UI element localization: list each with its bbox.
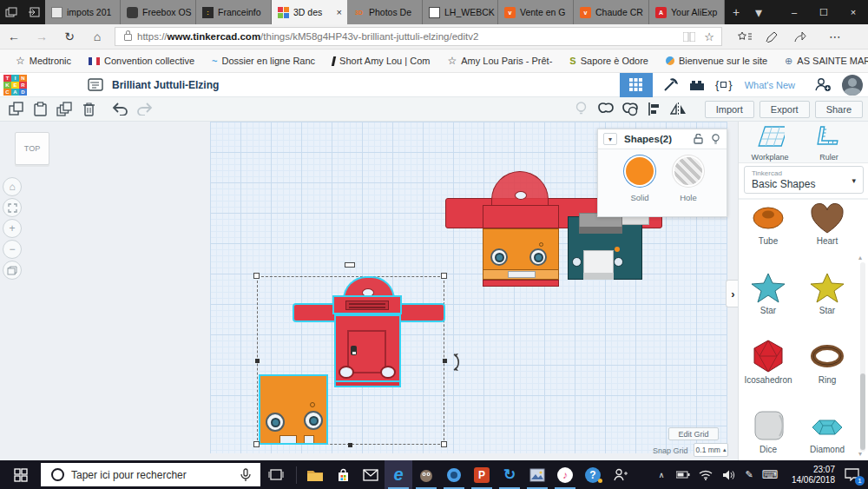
solid-option[interactable]: Solid (622, 157, 657, 202)
shape-tube[interactable]: Tube (742, 202, 794, 246)
shape-icosahedron[interactable]: Icosahedron (742, 339, 794, 385)
tab-vente[interactable]: vVente en G (498, 0, 574, 24)
pen-icon[interactable]: ✎ (740, 460, 759, 489)
tab-menu-button[interactable]: ▾ (747, 0, 770, 24)
photo-viewer-icon[interactable] (523, 460, 551, 489)
properties-icon[interactable] (88, 78, 103, 91)
clock[interactable]: 23:07 14/06/2018 (781, 465, 835, 486)
bookmark-short-amy[interactable]: Short Amy Lou | Com (332, 56, 430, 66)
tab-franceinfo[interactable]: :Franceinfo (196, 0, 272, 24)
action-center-icon[interactable]: 1 (835, 460, 868, 489)
edge-icon[interactable]: e (385, 460, 412, 489)
height-handle[interactable] (345, 262, 355, 268)
file-explorer-icon[interactable] (301, 460, 329, 489)
perspective-toggle-button[interactable] (3, 261, 22, 280)
scrollbar-track[interactable] (860, 262, 865, 452)
view-home-button[interactable]: ⌂ (3, 177, 22, 196)
paste-button[interactable] (28, 102, 52, 116)
shape-dice[interactable]: Dice (742, 408, 794, 454)
workplane-tool[interactable]: Workplane (746, 125, 794, 163)
tab-lh-webck[interactable]: LH_WEBCK (423, 0, 498, 24)
shape-library-dropdown[interactable]: Tinkercad Basic Shapes ▾ (744, 166, 864, 194)
scale-handle-e[interactable] (443, 359, 447, 363)
tab-preview-icon[interactable] (23, 0, 45, 24)
bookmark-sainte-marie[interactable]: ⊕AS SAINTE MARIE ME (785, 56, 868, 67)
unlock-icon[interactable] (694, 134, 703, 144)
panel-collapse-caret[interactable]: ▾ (603, 133, 617, 145)
annotate-icon[interactable] (766, 31, 793, 43)
bookmark-amy-lou[interactable]: ☆Amy Lou Paris - Prêt- (447, 55, 552, 67)
tab-chaude[interactable]: vChaude CR (574, 0, 649, 24)
minimize-button[interactable]: – (779, 0, 809, 24)
new-tab-button[interactable]: + (725, 0, 747, 24)
tab-freebox[interactable]: Freebox OS (121, 0, 196, 24)
shape-star-yellow[interactable]: Star (801, 271, 853, 315)
minecraft-pickaxe-icon[interactable] (663, 77, 679, 92)
search-box[interactable]: Taper ici pour rechercher (41, 463, 260, 486)
ungroup-button[interactable] (618, 102, 642, 116)
address-bar[interactable]: https://www.tinkercad.com/things/kM58g4H… (115, 27, 722, 46)
export-button[interactable]: Export (760, 101, 810, 118)
maximize-button[interactable]: ☐ (809, 0, 838, 24)
duplicate-button[interactable] (52, 102, 76, 116)
scale-handle-nw[interactable] (253, 273, 260, 279)
itunes-icon[interactable]: ♪ (551, 460, 579, 489)
hidden-icons-chevron[interactable]: ∧ (651, 460, 672, 489)
powerpoint-icon[interactable]: P (468, 460, 496, 489)
scale-handle-w[interactable] (255, 359, 260, 363)
bookmark-medtronic[interactable]: ☆Medtronic (16, 55, 71, 67)
sync-icon[interactable]: ↻ (496, 460, 523, 489)
tab-aliexpress[interactable]: AYour AliExp (649, 0, 725, 24)
undo-button[interactable] (108, 102, 132, 116)
snap-grid-dropdown[interactable]: 0.1 mm▴ (694, 443, 728, 457)
scroll-up-icon[interactable]: ▴ (858, 254, 862, 261)
tab-close-icon[interactable]: × (337, 7, 342, 17)
group-button[interactable] (594, 102, 618, 116)
set-tabs-aside-icon[interactable] (0, 0, 23, 24)
model-orange-body[interactable] (483, 228, 559, 280)
touch-keyboard-icon[interactable]: ⌨ (759, 460, 781, 489)
settings-more-icon[interactable]: ⋯ (821, 30, 849, 43)
align-button[interactable] (642, 102, 667, 116)
model-red-base-strip[interactable] (483, 280, 559, 287)
zoom-out-button[interactable]: − (3, 240, 22, 259)
help-icon[interactable]: ? (579, 460, 607, 489)
battery-icon[interactable] (672, 460, 694, 489)
bookmark-bienvenue[interactable]: Bienvenue sur le site (666, 56, 767, 66)
shape-ring[interactable]: Ring (801, 339, 853, 385)
whats-new-link[interactable]: What's New (745, 80, 795, 90)
store-icon[interactable] (329, 460, 357, 489)
mic-icon[interactable] (240, 468, 252, 482)
edit-grid-button[interactable]: Edit Grid (668, 427, 719, 440)
import-button[interactable]: Import (705, 101, 754, 118)
zoom-in-button[interactable]: + (3, 219, 22, 238)
favorite-star-icon[interactable]: ☆ (704, 30, 714, 43)
wifi-icon[interactable] (694, 460, 717, 489)
close-button[interactable]: × (838, 0, 868, 24)
tab-photos[interactable]: 3DPhotos De (347, 0, 423, 24)
dashboard-grid-button[interactable] (620, 73, 653, 97)
delete-button[interactable] (76, 102, 101, 116)
selected-orange-box[interactable] (259, 374, 328, 445)
tinkercad-logo[interactable]: TIN KER CAD (3, 75, 27, 96)
model-red-band[interactable] (483, 205, 559, 228)
tab-3d-design-active[interactable]: 3D des × (272, 0, 347, 24)
lego-brick-icon[interactable] (689, 79, 705, 91)
gimp-icon[interactable] (412, 460, 440, 489)
scroll-down-icon[interactable]: ▾ (858, 450, 862, 458)
tab-impots[interactable]: impots 201 (45, 0, 121, 24)
rotate-handle[interactable] (451, 353, 465, 372)
hub-favorites-icon[interactable] (738, 31, 766, 43)
bookmark-dossier[interactable]: ~Dossier en ligne Ranc (212, 56, 315, 66)
selected-red-body[interactable] (334, 314, 401, 387)
selected-red-head[interactable] (332, 295, 402, 314)
start-button[interactable] (0, 460, 41, 489)
scrollbar-thumb[interactable] (860, 373, 865, 450)
scale-handle-sw[interactable] (253, 441, 260, 447)
scale-handle-ne[interactable] (441, 273, 447, 279)
view-cube[interactable]: TOP (15, 132, 49, 165)
share-icon[interactable] (793, 31, 821, 43)
hole-option[interactable]: Hole (671, 157, 706, 202)
reading-view-icon[interactable] (683, 32, 695, 42)
browser-circle-icon[interactable] (440, 460, 468, 489)
